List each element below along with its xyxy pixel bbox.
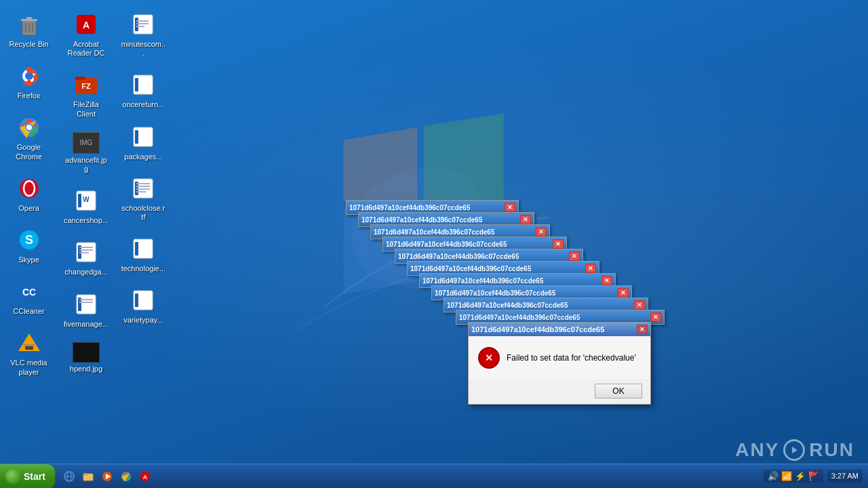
dialog-close-11[interactable]: ✕ [637,325,648,334]
dialog-title-4: 1071d6d497a10cef44db396c07ccde65 [386,241,507,248]
desktop-icon-oncereturn[interactable]: oncereturn... [118,67,169,113]
clock[interactable]: 3:27 AM [827,470,863,482]
tray-network-icon[interactable]: 🔊 [768,471,778,481]
svg-rect-55 [136,191,146,192]
error-dialog-11[interactable]: 1071d6d497a10cef44db396c07ccde65 ✕ ✕ Fai… [468,322,651,405]
tray-volume-icon[interactable]: 📶 [781,471,792,481]
taskbar: Start [0,464,868,488]
desktop-icon-packages[interactable]: packages... [118,119,169,165]
dialog-title-5: 1071d6d497a10cef44db396c07ccde65 [398,253,519,260]
dialog-title-9: 1071d6d497a10cef44db396c07ccde65 [447,302,568,309]
taskbar-avast-icon[interactable]: A [137,468,153,485]
start-orb-icon [5,469,20,484]
desktop-icon-chrome[interactable]: Google Chrome [3,110,54,165]
acrobat-icon: A [73,11,100,38]
svg-rect-31 [78,194,81,207]
vlc-label: VLC media player [6,359,52,376]
desktop-icon-acrobat[interactable]: A Acrobat Reader DC [60,7,111,62]
recycle-bin-label: Recycle Bin [9,40,48,49]
taskbar-chrome-icon[interactable] [118,468,134,485]
tray-battery-icon[interactable]: ⚡ [795,471,806,481]
minutescom-icon [130,11,157,38]
dialog-close-5[interactable]: ✕ [569,251,580,261]
packages-label: packages... [124,152,162,161]
start-button[interactable]: Start [0,464,56,489]
vlc-icon [16,329,43,357]
desktop-icon-cancershop[interactable]: W cancershop... [60,183,111,229]
dialog-close-7[interactable]: ✕ [601,276,612,285]
filezilla-label: FileZilla Client [63,100,108,118]
desktop-icon-filezilla[interactable]: FZ FileZilla Client [60,67,111,122]
acrobat-label: Acrobat Reader DC [63,40,108,58]
ok-button-11[interactable]: OK [595,384,642,399]
desktop-icon-schoolclose[interactable]: schoolclose.rtf [118,171,169,226]
desktop-icon-firefox[interactable]: Firefox [3,58,54,104]
advancefit-label: advancefit.jpg [63,156,108,174]
dialog-title-3: 1071d6d497a10cef44db396c07ccde65 [374,228,494,236]
desktop-icon-vlc[interactable]: VLC media player [3,325,54,380]
error-icon: ✕ [478,347,500,369]
chrome-icon [16,114,43,141]
svg-rect-2 [21,19,37,21]
tray-action-center[interactable]: 🚩 [808,471,819,481]
dialog-title-11: 1071d6d497a10cef44db396c07ccde65 [471,325,604,333]
cancershop-label: cancershop... [64,216,108,225]
varietypay-label: varietypay... [123,316,163,325]
taskbar-wmp-icon[interactable] [99,468,115,485]
dialog-close-4[interactable]: ✕ [553,239,564,249]
varietypay-icon [130,287,157,314]
svg-text:FZ: FZ [81,82,91,90]
desktop-icon-opera[interactable]: Opera [3,171,54,217]
desktop-icon-recycle-bin[interactable]: Recycle Bin [3,7,54,53]
desktop-icon-technologie[interactable]: technologie... [118,231,169,277]
svg-rect-59 [135,293,138,307]
anyrun-play-icon [783,439,805,461]
dialog-title-7: 1071d6d497a10cef44db396c07ccde65 [422,277,543,285]
svg-rect-67 [83,473,87,475]
time-text: 3:27 AM [831,471,859,481]
dialog-body-11: ✕ Failed to set data for 'checkedvalue' [469,336,650,380]
desktop-icon-hpend[interactable]: hpend.jpg [60,338,111,378]
dialog-close-9[interactable]: ✕ [634,300,645,310]
dialog-close-8[interactable]: ✕ [618,288,629,298]
dialog-close-3[interactable]: ✕ [536,227,547,237]
dialog-close-10[interactable]: ✕ [650,312,661,322]
desktop-icon-fivemanage[interactable]: fivemanage... [60,287,111,333]
firefox-icon [16,62,43,89]
desktop-icon-changedga[interactable]: changedga... [60,235,111,281]
svg-marker-62 [792,447,797,453]
svg-text:A: A [83,20,90,30]
dialog-close-2[interactable]: ✕ [520,215,531,224]
svg-rect-53 [136,186,150,187]
svg-rect-57 [135,242,138,256]
taskbar-ie-icon[interactable] [61,468,77,485]
desktop-icon-varietypay[interactable]: varietypay... [118,283,169,329]
desktop-icon-minutescom[interactable]: minutescom... [118,7,169,62]
svg-point-13 [26,125,32,130]
filezilla-icon: FZ [73,71,100,98]
desktop-icon-ccleaner[interactable]: CC CCleaner [3,274,54,320]
svg-text:W: W [83,196,90,203]
schoolclose-icon [130,175,157,202]
desktop-icon-skype[interactable]: S Skype [3,222,54,268]
dialog-close-6[interactable]: ✕ [585,264,596,273]
icon-column-2: A Acrobat Reader DC FZ FileZilla Client … [60,7,111,383]
dialog-title-6: 1071d6d497a10cef44db396c07ccde65 [410,265,531,272]
svg-rect-45 [136,26,144,27]
ccleaner-icon: CC [16,278,43,305]
svg-text:CC: CC [22,287,35,298]
changedga-icon [73,239,100,266]
technologie-label: technologie... [121,264,165,273]
oncereturn-label: oncereturn... [123,100,165,109]
recycle-bin-icon [16,11,43,38]
anyrun-text-left: ANY [735,439,779,461]
taskbar-explorer-icon[interactable] [80,468,96,485]
firefox-label: Firefox [18,92,41,100]
dialog-close-1[interactable]: ✕ [505,203,515,212]
desktop-icon-advancefit[interactable]: IMG advancefit.jpg [60,128,111,178]
opera-label: Opera [18,204,39,213]
schoolclose-label: schoolclose.rtf [121,204,166,222]
ccleaner-label: CCleaner [13,307,44,316]
anyrun-watermark: ANY RUN [735,439,854,461]
taskbar-right-area: 🔊 📶 ⚡ 🚩 3:27 AM [764,470,868,483]
